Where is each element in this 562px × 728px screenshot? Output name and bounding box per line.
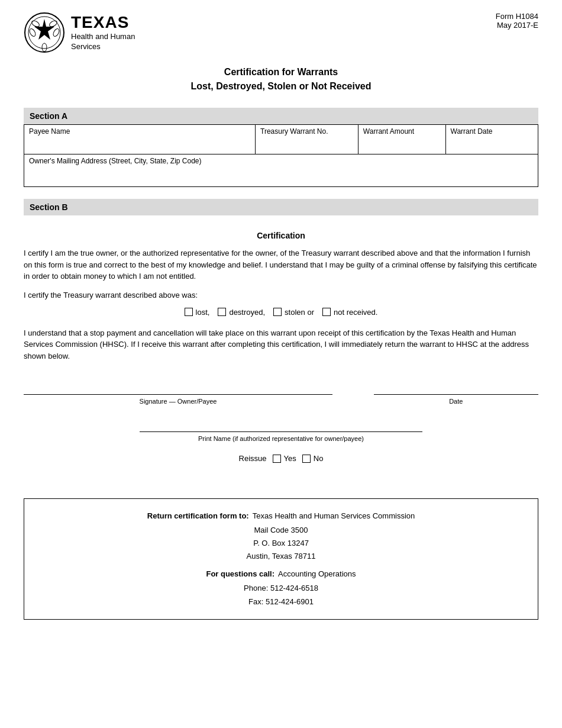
title-line1: Certification for Warrants: [224, 67, 338, 77]
title-line2: Lost, Destroyed, Stolen or Not Received: [191, 81, 372, 91]
logo-area: TEXAS Health and Human Services: [24, 12, 135, 53]
checkbox-stolen-item: stolen or: [273, 308, 314, 317]
svg-point-7: [42, 43, 47, 51]
return-label-row: Return certification form to: Texas Heal…: [36, 510, 526, 523]
org-name-subtitle: Health and Human Services: [71, 32, 135, 52]
svg-point-4: [31, 20, 40, 28]
reissue-row: Reissue Yes No: [24, 454, 538, 463]
reissue-label: Reissue: [239, 454, 267, 463]
return-section: Return certification form to: Texas Heal…: [36, 510, 526, 563]
return-line1: Texas Health and Human Services Commissi…: [253, 510, 415, 523]
signature-label: Signature — Owner/Payee: [24, 398, 332, 405]
section-b-header: Section B: [24, 199, 538, 215]
checkbox-lost-item: lost,: [185, 308, 210, 317]
checkbox-destroyed-item: destroyed,: [218, 308, 265, 317]
checkbox-lost[interactable]: [185, 308, 193, 316]
checkbox-not-received[interactable]: [322, 308, 331, 316]
svg-point-3: [28, 28, 37, 37]
date-line: [374, 385, 538, 395]
checkbox-destroyed[interactable]: [218, 308, 226, 316]
svg-point-5: [52, 28, 60, 37]
address-cell: Owner's Mailing Address (Street, City, S…: [24, 154, 538, 187]
checkbox-stolen-label: stolen or: [285, 308, 314, 317]
checkbox-destroyed-label: destroyed,: [229, 308, 265, 317]
questions-label-row: For questions call: Accounting Operation…: [36, 568, 526, 581]
questions-label: For questions call:: [206, 568, 274, 581]
reissue-yes-label: Yes: [284, 454, 296, 463]
date-right: Date: [374, 385, 538, 405]
return-label: Return certification form to:: [147, 510, 249, 523]
section-b-content: Certification I certify I am the true ow…: [24, 215, 538, 487]
form-number: Form H1084: [496, 12, 538, 21]
certify-line: I certify the Treasury warrant described…: [24, 291, 538, 299]
org-name-texas: TEXAS: [71, 13, 135, 32]
svg-point-6: [49, 20, 58, 28]
warrant-amount-label: Warrant Amount: [363, 127, 441, 136]
questions-section: For questions call: Accounting Operation…: [36, 568, 526, 608]
address-label: Owner's Mailing Address (Street, City, S…: [29, 157, 533, 165]
return-info-box: Return certification form to: Texas Heal…: [24, 498, 538, 620]
print-name-row: Print Name (if authorized representative…: [24, 423, 538, 442]
warrant-date-cell: Warrant Date: [445, 125, 538, 154]
form-info: Form H1084 May 2017-E: [496, 12, 538, 30]
checkbox-not-received-item: not received.: [322, 308, 377, 317]
checkbox-reissue-yes[interactable]: [273, 455, 281, 463]
reissue-no-item: No: [302, 454, 324, 463]
print-name-line: [140, 423, 423, 432]
payee-name-label: Payee Name: [29, 127, 250, 136]
signature-left: Signature — Owner/Payee: [24, 385, 332, 405]
checkbox-lost-label: lost,: [196, 308, 210, 317]
checkbox-stolen[interactable]: [273, 308, 282, 316]
section-a-table: Payee Name Treasury Warrant No. Warrant …: [24, 124, 538, 187]
logo-text: TEXAS Health and Human Services: [71, 13, 135, 52]
para-2: I understand that a stop payment and can…: [24, 327, 538, 362]
questions-line3: Fax: 512-424-6901: [36, 595, 526, 608]
return-line4: Austin, Texas 78711: [36, 550, 526, 563]
questions-line1: Accounting Operations: [278, 568, 356, 581]
checkbox-not-received-label: not received.: [334, 308, 377, 317]
checkbox-row: lost, destroyed, stolen or not received.: [24, 308, 538, 317]
return-line3: P. O. Box 13247: [36, 537, 526, 550]
date-label: Date: [374, 398, 538, 405]
checkbox-reissue-no[interactable]: [302, 455, 311, 463]
print-name-label: Print Name (if authorized representative…: [140, 435, 423, 442]
warrant-amount-cell: Warrant Amount: [358, 125, 445, 154]
signature-row: Signature — Owner/Payee Date: [24, 385, 538, 405]
reissue-yes-item: Yes: [273, 454, 296, 463]
form-date: May 2017-E: [496, 21, 538, 30]
section-a-header: Section A: [24, 108, 538, 124]
texas-seal-icon: [24, 12, 65, 53]
title-section: Certification for Warrants Lost, Destroy…: [24, 65, 538, 94]
questions-line2: Phone: 512-424-6518: [36, 582, 526, 595]
warrant-no-cell: Treasury Warrant No.: [256, 125, 358, 154]
warrant-no-label: Treasury Warrant No.: [260, 127, 353, 136]
warrant-date-label: Warrant Date: [451, 127, 533, 136]
certification-title: Certification: [24, 231, 538, 240]
para-1: I certify I am the true owner, or the au…: [24, 247, 538, 282]
reissue-no-label: No: [314, 454, 324, 463]
payee-name-cell: Payee Name: [24, 125, 256, 154]
return-line2: Mail Code 3500: [36, 524, 526, 537]
signature-line: [24, 385, 332, 395]
page-header: TEXAS Health and Human Services Form H10…: [24, 12, 538, 53]
